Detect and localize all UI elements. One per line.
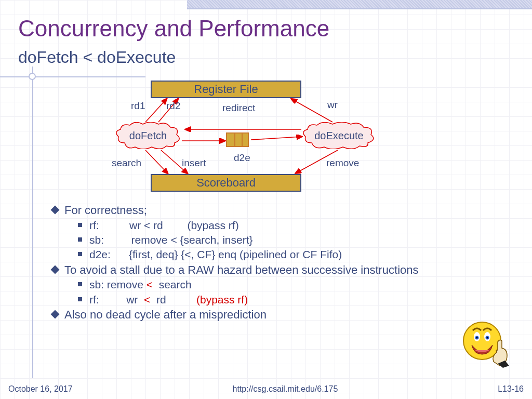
d2e-label: d2e [234, 152, 250, 164]
rule-vertical [32, 66, 33, 378]
b2b-bypass: (bypass rf) [196, 294, 248, 305]
b2a-pre: sb: remove [89, 278, 147, 290]
bullet-d2e: d2e: {first, deq} {<, CF} enq (pipelined… [78, 247, 509, 262]
svg-point-13 [476, 337, 477, 338]
rd1-label: rd1 [131, 100, 145, 112]
bullet-deadcycle: Also no dead cycle after a misprediction [52, 307, 509, 323]
b2b-mid: rd [150, 294, 196, 305]
bullet-raw: To avoid a stall due to a RAW hazard bet… [52, 262, 509, 278]
footer-date: October 16, 2017 [8, 384, 73, 394]
rd2-label: rd2 [166, 100, 180, 112]
search-label: search [112, 157, 141, 169]
slide-title: Concurrency and Performance [18, 16, 329, 42]
svg-line-7 [145, 150, 167, 173]
wr-label: wr [327, 99, 338, 111]
bullet-content: For correctness; rf: wr < rd (bypass rf)… [47, 203, 509, 323]
dofetch-label: doFetch [129, 130, 167, 142]
bullet-sb-remove: sb: remove < search [78, 277, 509, 292]
smiley-icon [459, 316, 511, 368]
slide-footer: October 16, 2017 http://csg.csail.mit.ed… [0, 384, 532, 394]
b2b-lt: < [144, 294, 150, 305]
footer-url: http://csg.csail.mit.edu/6.175 [233, 384, 338, 394]
rule-dot [29, 73, 36, 80]
redirect-label: redirect [222, 102, 255, 114]
pipeline-diagram: Register File Scoreboard doFetch doExecu… [109, 81, 400, 200]
top-accent-bar [187, 0, 532, 9]
insert-label: insert [182, 157, 206, 169]
bullet-rf: rf: wr < rd (bypass rf) [78, 218, 509, 233]
slide-subtitle: doFetch < doExecute [18, 48, 176, 67]
bullet-sb: sb: remove < {search, insert} [78, 233, 509, 247]
bullet-rf-wr: rf: wr < rd (bypass rf) [78, 292, 509, 307]
b2b-pre: rf: wr [89, 294, 144, 305]
footer-page: L13-16 [498, 384, 524, 394]
b2a-lt: < [147, 278, 153, 290]
svg-line-1 [145, 99, 166, 122]
remove-label: remove [326, 157, 359, 169]
svg-line-6 [251, 137, 301, 140]
svg-point-16 [486, 337, 488, 338]
rule-horizontal [0, 76, 145, 77]
svg-line-3 [292, 99, 332, 122]
bullet-correctness: For correctness; [52, 203, 509, 218]
doexecute-label: doExecute [314, 130, 364, 142]
b2a-post: search [153, 278, 192, 290]
